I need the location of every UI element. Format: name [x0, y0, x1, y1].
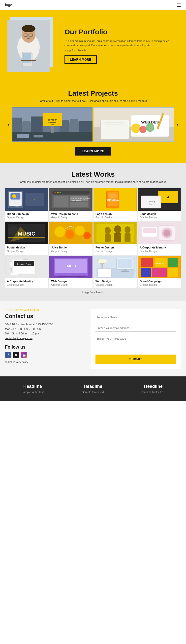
svg-rect-117 [152, 268, 167, 277]
work-thumb-brand-campaign: Brand b [5, 188, 48, 211]
svg-rect-118 [168, 268, 178, 277]
contact-section: JOIN OUR NEWSLETTER Contact us 3045 10 S… [0, 302, 186, 376]
hero-text: Ut enim ad minim veniam, quis nostrud ex… [64, 39, 181, 47]
work-item-corporate-pink[interactable]: A Corporate Identity Graphic Design [138, 222, 181, 254]
projects-learn-more-button[interactable]: LEARN MORE [75, 147, 111, 156]
svg-rect-106 [118, 259, 132, 268]
svg-text:Logo: Logo [149, 203, 153, 205]
work-item-web-fake[interactable]: FAKE U Web Design Graphic Design [49, 256, 93, 288]
work-category-2: Graphic Design [95, 216, 135, 219]
work-item-juice[interactable]: Juice Bottle Graphic Design [49, 222, 93, 254]
projects-carousel: ‹ [5, 107, 181, 142]
svg-rect-111 [98, 268, 111, 277]
work-category-1: Graphic Design [51, 216, 91, 219]
svg-point-73 [54, 226, 65, 237]
svg-point-76 [83, 232, 91, 239]
carousel-image-1: OUTDOOR BILLBOARD HBB [12, 107, 93, 142]
svg-text:Brand: Brand [15, 206, 20, 207]
work-item-web-design-website[interactable]: Strategy & Management Consultancy Web De… [49, 188, 93, 221]
message-input[interactable] [95, 335, 176, 350]
latest-projects-title: Latest Projects [5, 90, 181, 98]
work-item-logo-orange[interactable]: ORANGINA Logo design Graphic Design [93, 188, 137, 221]
svg-point-49 [57, 192, 58, 193]
work-title-1: Web Design Website [51, 212, 91, 216]
svg-rect-80 [105, 234, 111, 242]
work-thumb-poster-dark: MUSIC [5, 222, 48, 244]
hero-credit-link[interactable]: Freepik [78, 49, 86, 52]
facebook-icon[interactable]: f [5, 352, 11, 358]
hero-content: Our Portfolio Ut enim ad minim veniam, q… [59, 28, 181, 64]
svg-rect-8 [23, 53, 31, 63]
work-item-brand-orange[interactable]: COLORS! Brand Campaign Graphic Design [138, 256, 181, 288]
work-thumb-poster-yellow [93, 222, 137, 244]
work-title-4: Poster design [7, 246, 46, 249]
carousel-images: OUTDOOR BILLBOARD HBB WEB DES [12, 107, 174, 142]
svg-point-74 [65, 230, 74, 239]
svg-rect-107 [123, 269, 127, 271]
contact-left: JOIN OUR NEWSLETTER Contact us 3045 10 S… [5, 309, 86, 369]
work-category-0: Graphic Design [7, 216, 46, 219]
work-item-web-desk[interactable]: Web Design Graphic Design [93, 256, 137, 288]
svg-point-75 [75, 226, 85, 236]
work-item-biz-card[interactable]: Company Name A Corporate Identity Graphi… [5, 256, 48, 288]
contact-address: 3045 10 Sunrize Avenue, 123-456-7890 [5, 322, 86, 327]
svg-text:HBB: HBB [51, 124, 54, 126]
submit-button[interactable]: SUBMIT [95, 354, 176, 364]
svg-text:▲: ▲ [166, 194, 170, 199]
contact-hours-1: Mon – Fri: 9:00 am – 8:00 pm, [5, 327, 86, 332]
twitter-x-icon[interactable]: ✕ [13, 352, 19, 358]
hero-learn-more-button[interactable]: LEARN MORE [64, 56, 97, 64]
svg-text:Company Name: Company Name [17, 263, 31, 265]
contact-email-link[interactable]: contacts@esbnyc.com [5, 337, 32, 340]
hero-title: Our Portfolio [64, 28, 181, 36]
carousel-prev-button[interactable]: ‹ [5, 122, 12, 128]
works-credit-link[interactable]: Freepik [95, 291, 104, 294]
works-grid: Brand b Brand Campaign Graphic Design [5, 188, 181, 288]
works-image-credit: Image from Freepik [5, 291, 181, 294]
hero-credit-text: Image from [64, 49, 77, 52]
svg-rect-84 [125, 233, 130, 242]
work-title-6: Poster Design [95, 246, 135, 249]
work-item-poster-yellow[interactable]: Poster Design Graphic Design [93, 222, 137, 254]
hero-image-credit: Image from Freepik [64, 49, 181, 52]
contact-hours-2: Sat – Sun: 9:00 am – 10 pm [5, 331, 86, 336]
work-thumb-corporate-pink [138, 222, 181, 244]
work-thumb-web-fake: FAKE U [49, 256, 93, 278]
footer: Headline Sample footer text Headline Sam… [0, 376, 186, 401]
svg-point-41 [12, 194, 16, 198]
work-category-11: Graphic Design [140, 284, 179, 286]
work-category-9: Graphic Design [51, 284, 91, 286]
work-category-10: Graphic Design [95, 284, 135, 286]
footer-text-1: Sample footer text [5, 390, 60, 394]
carousel-next-button[interactable]: › [174, 122, 181, 128]
svg-rect-90 [143, 228, 156, 233]
hero-section: Our Portfolio Ut enim ad minim veniam, q… [0, 10, 186, 82]
work-title-5: Juice Bottle [51, 246, 91, 249]
latest-works-section: Latest Works Lorem ipsum dolor sit amet,… [0, 163, 186, 302]
latest-works-subtitle: Lorem ipsum dolor sit amet, consectetur … [5, 180, 181, 183]
work-thumb-web-desk [93, 256, 137, 278]
name-input[interactable] [95, 314, 176, 321]
svg-point-34 [139, 126, 147, 133]
work-category-6: Graphic Design [95, 250, 135, 253]
work-title-9: Web Design [51, 280, 91, 283]
work-item-brand-campaign[interactable]: Brand b Brand Campaign Graphic Design [5, 188, 48, 221]
contact-form: SUBMIT [95, 314, 176, 364]
svg-text:Consultancy: Consultancy [71, 200, 81, 202]
footer-col-2: Headline Sample footer text [65, 384, 121, 394]
hero-person-image [7, 20, 50, 72]
email-input[interactable] [95, 324, 176, 332]
copyright: ©2024 Privacy policy [5, 361, 86, 364]
svg-text:ORANGINA: ORANGINA [107, 199, 119, 201]
svg-rect-22 [51, 126, 54, 133]
footer-headline-1: Headline [5, 384, 60, 389]
instagram-icon[interactable]: ◉ [21, 352, 27, 358]
footer-text-2: Sample footer text [65, 390, 121, 394]
work-title-7: A Corporate Identity [140, 246, 179, 249]
svg-rect-53 [70, 202, 88, 207]
work-title-8: A Corporate Identity [7, 280, 46, 283]
hamburger-menu-icon[interactable]: ☰ [177, 2, 181, 8]
work-thumb-web-design-website: Strategy & Management Consultancy [49, 188, 93, 211]
work-item-poster-dark[interactable]: MUSIC Poster design Graphic Design [5, 222, 48, 254]
work-item-logo-card[interactable]: ▲ Company Logo Logo design Graphic Desig… [138, 188, 181, 221]
